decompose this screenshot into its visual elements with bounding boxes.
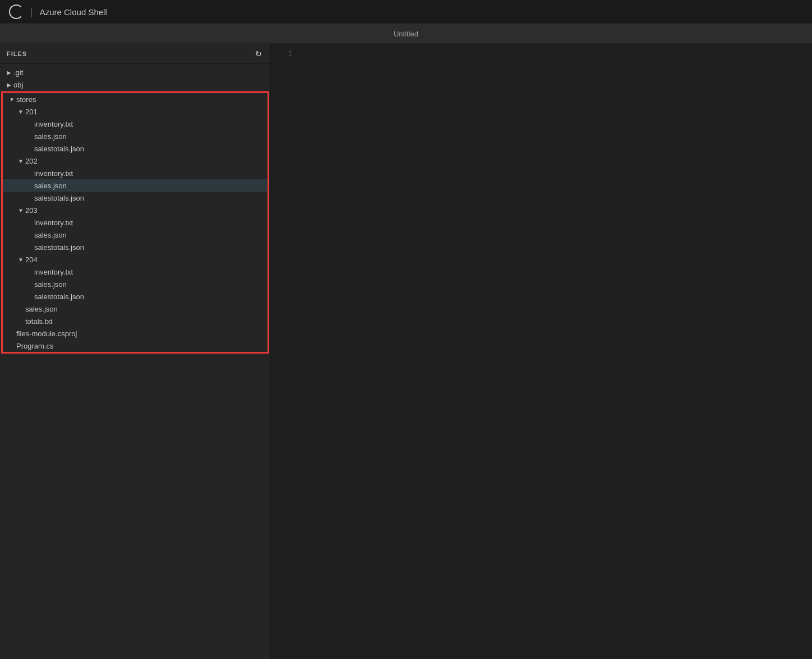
app-title: Azure Cloud Shell xyxy=(40,7,107,17)
tree-label-sales-202: sales.json xyxy=(34,182,267,190)
main-content: FILES ↻ .git obj stores xyxy=(0,44,812,659)
sidebar-header: FILES ↻ xyxy=(0,44,270,64)
tree-item-git[interactable]: .git xyxy=(0,66,270,78)
tree-label-git: .git xyxy=(13,68,270,77)
tree-arrow-git xyxy=(4,68,13,77)
file-sidebar: FILES ↻ .git obj stores xyxy=(0,44,271,659)
red-highlight-box: stores 201 inventory.txt sales.json xyxy=(1,91,269,354)
tree-item-sales-203[interactable]: sales.json xyxy=(3,229,267,241)
tree-label-obj: obj xyxy=(13,81,270,89)
tree-label-salestotals-204: salestotals.json xyxy=(34,293,267,301)
tree-item-files-module[interactable]: files-module.csproj xyxy=(3,327,267,340)
tree-arrow-202 xyxy=(16,156,25,165)
editor-area: 1 xyxy=(271,44,812,659)
tree-label-204: 204 xyxy=(25,256,267,264)
tree-item-inventory-203[interactable]: inventory.txt xyxy=(3,216,267,229)
tree-label-inventory-201: inventory.txt xyxy=(34,120,267,128)
tree-label-203: 203 xyxy=(25,206,267,215)
tree-label-sales-201: sales.json xyxy=(34,132,267,141)
editor-content[interactable]: 1 xyxy=(271,44,812,659)
tree-item-sales-204[interactable]: sales.json xyxy=(3,278,267,290)
refresh-icon[interactable] xyxy=(9,4,24,19)
tree-label-files-module: files-module.csproj xyxy=(16,330,267,338)
tree-item-203[interactable]: 203 xyxy=(3,204,267,216)
tree-item-salestotals-203[interactable]: salestotals.json xyxy=(3,241,267,253)
tree-label-salestotals-202: salestotals.json xyxy=(34,194,267,202)
tree-item-inventory-204[interactable]: inventory.txt xyxy=(3,266,267,278)
tree-arrow-203 xyxy=(16,206,25,215)
tree-item-sales-202[interactable]: sales.json xyxy=(3,179,267,192)
files-label: FILES xyxy=(7,50,27,57)
tree-label-program: Program.cs xyxy=(16,342,267,350)
title-bar: | Azure Cloud Shell xyxy=(0,0,812,24)
tree-label-stores-totals: totals.txt xyxy=(25,317,267,326)
tree-arrow-stores xyxy=(7,95,16,104)
tree-item-obj[interactable]: obj xyxy=(0,78,270,91)
tree-label-salestotals-203: salestotals.json xyxy=(34,243,267,252)
tree-item-inventory-201[interactable]: inventory.txt xyxy=(3,118,267,130)
tree-item-stores[interactable]: stores xyxy=(3,93,267,105)
line-number-1: 1 xyxy=(278,48,292,59)
tree-label-201: 201 xyxy=(25,108,267,116)
title-separator: | xyxy=(30,6,33,18)
tree-label-202: 202 xyxy=(25,157,267,165)
tree-item-stores-totals[interactable]: totals.txt xyxy=(3,315,267,327)
file-tree: .git obj stores 201 xyxy=(0,64,270,659)
sidebar-refresh-button[interactable]: ↻ xyxy=(253,49,264,59)
tree-label-stores: stores xyxy=(16,95,267,104)
tree-arrow-obj xyxy=(4,80,13,89)
tab-title: Untitled xyxy=(394,30,418,38)
tree-item-inventory-202[interactable]: inventory.txt xyxy=(3,167,267,179)
tree-label-inventory-204: inventory.txt xyxy=(34,268,267,276)
tab-bar: Untitled xyxy=(0,24,812,44)
tree-arrow-204 xyxy=(16,255,25,264)
tree-item-program[interactable]: Program.cs xyxy=(3,340,267,352)
tree-item-stores-sales[interactable]: sales.json xyxy=(3,303,267,315)
tree-label-inventory-203: inventory.txt xyxy=(34,219,267,227)
line-numbers: 1 xyxy=(271,48,299,655)
tree-label-sales-203: sales.json xyxy=(34,231,267,239)
tree-arrow-201 xyxy=(16,107,25,116)
tree-label-inventory-202: inventory.txt xyxy=(34,169,267,178)
tree-item-salestotals-204[interactable]: salestotals.json xyxy=(3,290,267,303)
tree-item-201[interactable]: 201 xyxy=(3,105,267,118)
tree-label-sales-204: sales.json xyxy=(34,280,267,289)
tree-item-sales-201[interactable]: sales.json xyxy=(3,130,267,142)
tree-item-salestotals-202[interactable]: salestotals.json xyxy=(3,192,267,204)
tree-label-stores-sales: sales.json xyxy=(25,305,267,313)
editor-text[interactable] xyxy=(299,48,812,655)
tree-item-204[interactable]: 204 xyxy=(3,253,267,266)
tree-item-202[interactable]: 202 xyxy=(3,155,267,167)
tree-item-salestotals-201[interactable]: salestotals.json xyxy=(3,142,267,155)
tree-label-salestotals-201: salestotals.json xyxy=(34,145,267,153)
